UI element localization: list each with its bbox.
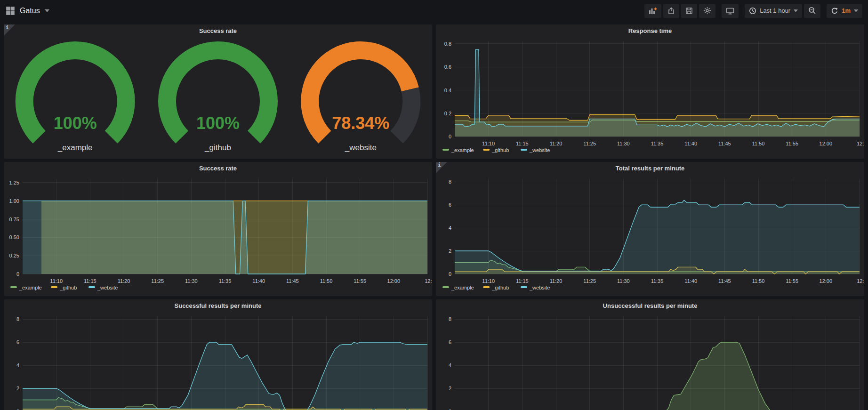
gauge-label: _example (57, 143, 93, 152)
refresh-interval-label: 1m (842, 7, 851, 14)
x-axis-tick: 12:05 (425, 278, 432, 284)
share-button[interactable] (663, 4, 679, 18)
panel-title[interactable]: Success rate (4, 162, 432, 174)
panel-successful-results: Successful results per minute 0246811:10… (4, 299, 432, 410)
info-icon[interactable]: i (4, 24, 15, 36)
add-panel-button[interactable] (644, 4, 661, 18)
x-axis-tick: 11:50 (320, 278, 333, 284)
series-fill-_website (23, 201, 427, 274)
x-axis-tick: 11:10 (482, 141, 495, 146)
clock-icon (749, 7, 756, 15)
save-button[interactable] (681, 4, 697, 18)
legend-item-_website[interactable]: _website (521, 147, 550, 153)
panel-title[interactable]: Successful results per minute (4, 299, 432, 312)
legend-item-_example[interactable]: _example (10, 285, 42, 290)
panel-title[interactable]: Response time (436, 24, 864, 37)
chevron-down-icon (854, 9, 858, 12)
y-axis-tick: 0.25 (9, 253, 19, 258)
y-axis-tick: 0.75 (9, 217, 19, 222)
panel-title[interactable]: Success rate (4, 24, 432, 37)
successful-results-chart[interactable]: 0246811:1011:1511:2011:2511:3011:3511:40… (4, 312, 432, 410)
tv-mode-button[interactable] (722, 4, 739, 18)
y-axis-tick: 8 (449, 316, 451, 322)
share-icon (667, 7, 675, 15)
x-axis-tick: 11:15 (516, 278, 529, 284)
x-axis-tick: 11:25 (583, 141, 596, 146)
series-fill-_website (556, 342, 860, 410)
x-axis-tick: 12:00 (387, 278, 401, 284)
y-axis-tick: 0.2 (444, 111, 451, 116)
y-axis-tick: 6 (16, 339, 19, 345)
svg-text:_website: _website (97, 285, 118, 290)
gauge-value: 78.34% (332, 113, 389, 133)
x-axis-tick: 11:45 (286, 278, 299, 284)
x-axis-tick: 11:15 (84, 278, 96, 284)
x-axis-tick: 11:50 (752, 141, 765, 146)
panel-title[interactable]: Total results per minute (436, 162, 864, 174)
y-axis-tick: 0 (16, 271, 19, 277)
x-axis-tick: 11:45 (718, 141, 731, 146)
time-range-picker[interactable]: Last 1 hour (745, 4, 802, 18)
add-panel-icon (649, 7, 657, 15)
dashboard-grid-icon[interactable] (6, 6, 15, 16)
y-axis-tick: 1.25 (9, 180, 19, 185)
success-rate-gauges-chart: 100%_example100%_github78.34%_website (4, 37, 432, 159)
x-axis-tick: 11:50 (752, 278, 765, 284)
svg-text:_example: _example (451, 285, 474, 290)
legend-item-_website[interactable]: _website (521, 285, 550, 290)
x-axis-tick: 11:35 (651, 278, 664, 284)
x-axis-tick: 11:30 (617, 141, 630, 146)
x-axis-tick: 12:00 (820, 278, 833, 284)
zoom-out-button[interactable] (804, 4, 820, 18)
time-range-label: Last 1 hour (760, 7, 790, 14)
save-icon (685, 7, 693, 15)
svg-text:_example: _example (451, 147, 474, 153)
x-axis-tick: 11:15 (516, 141, 529, 146)
x-axis-tick: 11:25 (583, 278, 596, 284)
x-axis-tick: 11:40 (684, 141, 697, 146)
legend-item-_github[interactable]: _github (483, 285, 509, 290)
gauge-value: 100% (196, 113, 240, 133)
settings-button[interactable] (699, 4, 715, 18)
legend-item-_website[interactable]: _website (88, 285, 118, 290)
total-results-chart[interactable]: 0246811:1011:1511:2011:2511:3011:3511:40… (436, 174, 864, 296)
x-axis-tick: 12:05 (857, 141, 864, 146)
legend-item-_github[interactable]: _github (483, 147, 509, 153)
x-axis-tick: 11:10 (50, 278, 63, 284)
svg-text:_website: _website (529, 147, 550, 153)
x-axis-tick: 11:45 (718, 278, 731, 284)
y-axis-tick: 0.8 (444, 41, 451, 47)
legend-item-_example[interactable]: _example (442, 147, 474, 153)
x-axis-tick: 12:05 (857, 278, 864, 284)
x-axis-tick: 11:55 (354, 278, 366, 284)
x-axis-tick: 12:00 (820, 141, 833, 146)
x-axis-tick: 11:55 (786, 278, 798, 284)
legend-item-_example[interactable]: _example (442, 285, 474, 290)
response-time-chart[interactable]: 00.20.40.60.811:1011:1511:2011:2511:3011… (436, 37, 864, 159)
y-axis-tick: 2 (449, 248, 451, 254)
y-axis-tick: 0 (449, 271, 451, 277)
gauge-label: _github (204, 143, 231, 152)
panel-success-rate-gauges: i Success rate 100%_example100%_github78… (4, 24, 432, 159)
chevron-down-icon[interactable] (45, 9, 49, 12)
y-axis-tick: 8 (449, 179, 451, 185)
legend-item-_github[interactable]: _github (51, 285, 77, 290)
y-axis-tick: 0 (449, 134, 451, 139)
x-axis-tick: 11:20 (550, 278, 563, 284)
success-rate-graph-chart[interactable]: 00.250.500.751.001.2511:1011:1511:2011:2… (4, 174, 432, 296)
x-axis-tick: 11:55 (786, 141, 798, 146)
x-axis-tick: 11:30 (617, 278, 630, 284)
info-icon[interactable]: i (436, 162, 447, 173)
dashboard-title[interactable]: Gatus (20, 7, 40, 15)
panel-title[interactable]: Unsuccessful results per minute (436, 299, 864, 312)
svg-text:_github: _github (491, 285, 509, 290)
svg-text:_example: _example (19, 285, 42, 290)
series-fill-_website (23, 342, 427, 410)
x-axis-tick: 11:25 (151, 278, 164, 284)
y-axis-tick: 0.6 (444, 64, 451, 70)
unsuccessful-results-chart[interactable]: 0246811:1011:1511:2011:2511:3011:3511:40… (436, 312, 864, 410)
x-axis-tick: 11:35 (651, 141, 664, 146)
refresh-picker[interactable]: 1m (827, 4, 862, 18)
x-axis-tick: 11:40 (684, 278, 697, 284)
x-axis-tick: 11:20 (118, 278, 130, 284)
